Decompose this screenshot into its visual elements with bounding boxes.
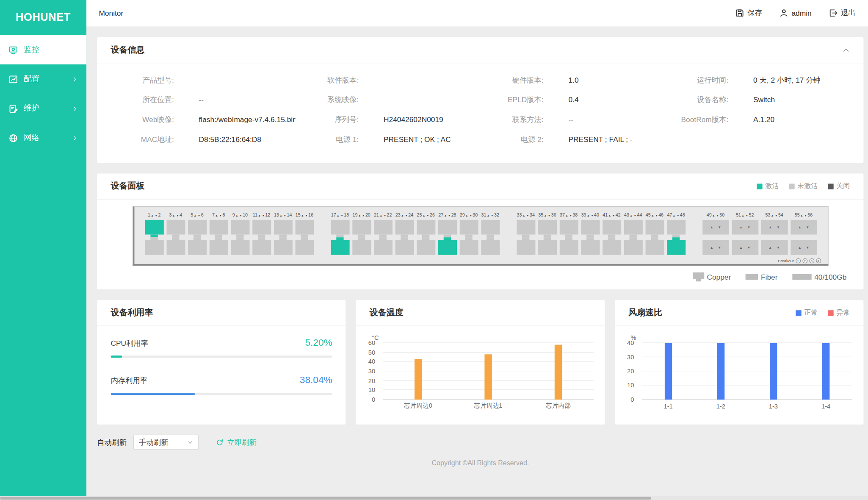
port-column: 39▲▼40 <box>581 211 600 255</box>
port-48[interactable] <box>667 240 686 255</box>
sidebar-item-maintenance[interactable]: 维护 <box>0 94 86 123</box>
port-41[interactable] <box>602 220 621 235</box>
port-25[interactable] <box>417 220 435 235</box>
info-field-value: 0 天, 2 小时, 17 分钟 <box>753 75 821 85</box>
port-43[interactable] <box>624 220 642 235</box>
x-tick-label: 芯片周边1 <box>474 401 503 410</box>
port-24[interactable] <box>395 240 414 255</box>
horizontal-scrollbar[interactable] <box>0 496 868 500</box>
port-20[interactable] <box>352 240 371 255</box>
port-49[interactable]: ▲▼ <box>702 220 729 235</box>
save-button[interactable]: 保存 <box>735 8 762 18</box>
port-27[interactable] <box>438 220 456 235</box>
port-column: 25▲▼26 <box>417 211 435 255</box>
port-53[interactable]: ▲▼ <box>761 220 788 235</box>
port-36[interactable] <box>538 240 556 255</box>
port-1[interactable] <box>145 220 163 235</box>
bar-group: 1-1 <box>664 343 672 400</box>
port-39[interactable] <box>581 220 600 235</box>
port-29[interactable] <box>459 220 478 235</box>
port-47[interactable] <box>667 220 686 235</box>
port-50[interactable]: ▲▼ <box>702 240 729 255</box>
user-button[interactable]: admin <box>779 8 812 17</box>
y-tick-label: 20 <box>368 378 375 384</box>
info-field-label: BootRom版本: <box>665 114 728 125</box>
bar <box>484 354 492 400</box>
port-numbers: 7▲▼8 <box>212 211 225 219</box>
port-42[interactable] <box>602 240 621 255</box>
port-8[interactable] <box>209 240 228 255</box>
info-field: 所在位置:-- <box>111 90 295 110</box>
port-23[interactable] <box>395 220 414 235</box>
port-5[interactable] <box>188 220 206 235</box>
port-3[interactable] <box>166 220 185 235</box>
port-18[interactable] <box>331 240 349 255</box>
port-56[interactable]: ▲▼ <box>791 240 817 255</box>
logout-button[interactable]: 退出 <box>829 8 856 18</box>
port-numbers: 5▲▼6 <box>191 211 203 219</box>
port-33[interactable] <box>517 220 535 235</box>
port-32[interactable] <box>481 240 500 255</box>
port-15[interactable] <box>295 220 314 235</box>
refresh-now-button[interactable]: 立即刷新 <box>216 437 257 447</box>
port-55[interactable]: ▲▼ <box>791 220 817 235</box>
info-field: 联系方法:-- <box>480 110 665 130</box>
legend-label: 正常 <box>804 308 818 318</box>
port-45[interactable] <box>645 220 664 235</box>
port-17[interactable] <box>331 220 349 235</box>
legend-swatch <box>789 183 794 189</box>
port-10[interactable] <box>231 240 249 255</box>
port-46[interactable] <box>645 240 664 255</box>
port-52[interactable]: ▲▼ <box>732 240 758 255</box>
port-35[interactable] <box>538 220 556 235</box>
port-44[interactable] <box>624 240 642 255</box>
user-label: admin <box>791 9 811 17</box>
port-30[interactable] <box>459 240 478 255</box>
sidebar-item-label: 监控 <box>24 44 39 55</box>
port-21[interactable] <box>373 220 392 235</box>
port-12[interactable] <box>252 240 271 255</box>
info-field: 设备名称:Switch <box>665 90 850 110</box>
port-26[interactable] <box>417 240 435 255</box>
collapse-icon[interactable] <box>842 46 850 54</box>
temperature-header: 设备温度 <box>356 300 605 326</box>
port-column: 27▲▼28 <box>438 211 456 255</box>
breakout-number: 2 <box>802 258 807 264</box>
port-6[interactable] <box>188 240 206 255</box>
port-54[interactable]: ▲▼ <box>761 240 788 255</box>
info-field-label: 电源 1: <box>296 134 359 144</box>
port-31[interactable] <box>481 220 500 235</box>
port-51[interactable]: ▲▼ <box>732 220 758 235</box>
port-37[interactable] <box>559 220 578 235</box>
sidebar-item-network[interactable]: 网络 <box>0 123 86 153</box>
port-column: 55▲▼56▲▼▲▼ <box>791 211 817 255</box>
info-field-value: 1.0 <box>568 76 578 84</box>
port-22[interactable] <box>373 240 392 255</box>
port-7[interactable] <box>209 220 228 235</box>
port-numbers: 43▲▼44 <box>624 211 642 219</box>
sidebar-item-monitor[interactable]: 监控 <box>0 35 86 64</box>
scrollbar-thumb[interactable] <box>0 497 651 500</box>
bar-group: 1-3 <box>770 343 777 400</box>
port-14[interactable] <box>274 240 292 255</box>
port-40[interactable] <box>581 240 600 255</box>
port-11[interactable] <box>252 220 271 235</box>
port-9[interactable] <box>231 220 249 235</box>
cpu-meter: CPU利用率5.20% <box>111 337 332 358</box>
port-group: 33▲▼3435▲▼3637▲▼3839▲▼4041▲▼4243▲▼4445▲▼… <box>517 211 686 255</box>
port-16[interactable] <box>295 240 314 255</box>
bar-group: 芯片周边1 <box>484 343 492 400</box>
info-field: EPLD版本:0.4 <box>480 90 665 110</box>
port-13[interactable] <box>274 220 292 235</box>
sidebar-item-config[interactable]: 配置 <box>0 64 86 94</box>
chevron-right-icon <box>72 76 78 82</box>
port-4[interactable] <box>166 240 185 255</box>
port-numbers: 55▲▼56 <box>795 211 813 219</box>
refresh-mode-select[interactable]: 手动刷新 <box>133 435 199 450</box>
port-34[interactable] <box>517 240 535 255</box>
port-column: 43▲▼44 <box>624 211 642 255</box>
port-2[interactable] <box>145 240 163 255</box>
port-19[interactable] <box>352 220 371 235</box>
port-28[interactable] <box>438 240 456 255</box>
port-38[interactable] <box>559 240 578 255</box>
